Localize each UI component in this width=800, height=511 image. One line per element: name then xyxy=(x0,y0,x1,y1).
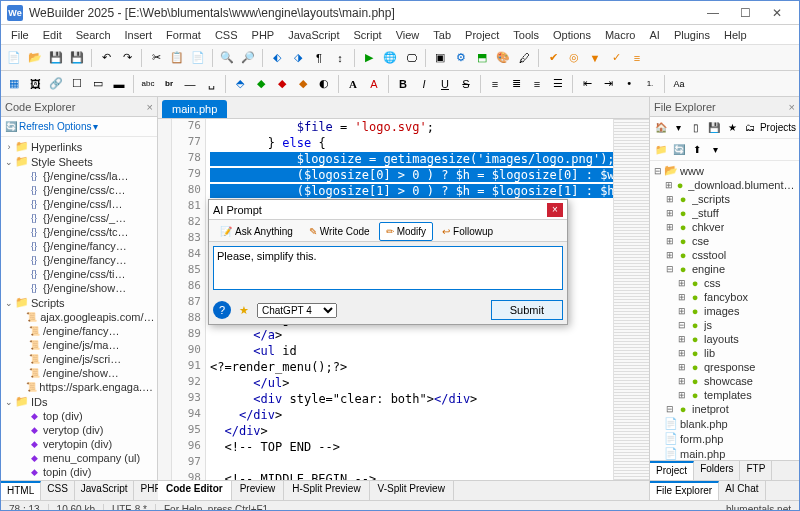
folder-item[interactable]: ⊞●csstool xyxy=(650,248,799,262)
bookmark-left-icon[interactable]: ⬖ xyxy=(268,49,286,67)
folder-root[interactable]: ⊟📂www xyxy=(650,163,799,178)
undo-icon[interactable]: ↶ xyxy=(97,49,115,67)
bookmark-right-icon[interactable]: ⬗ xyxy=(289,49,307,67)
menu-script[interactable]: Script xyxy=(348,27,388,43)
submit-button[interactable]: Submit xyxy=(491,300,563,320)
font-icon[interactable]: A xyxy=(344,75,362,93)
tree-item[interactable]: ◆verytop (div) xyxy=(1,423,157,437)
tree-item[interactable]: 📜https://spark.engaga.com… xyxy=(1,380,157,394)
uppercase-icon[interactable]: Aa xyxy=(670,75,688,93)
menu-edit[interactable]: Edit xyxy=(37,27,68,43)
new-folder-icon[interactable]: 📁 xyxy=(653,142,669,158)
dialog-close-icon[interactable]: × xyxy=(547,203,563,217)
abc-icon[interactable]: abc xyxy=(139,75,157,93)
tree-group-scripts[interactable]: ⌄📁Scripts xyxy=(1,295,157,310)
view-tab-v-split-preview[interactable]: V-Split Preview xyxy=(370,481,454,500)
menu-javascript[interactable]: JavaScript xyxy=(282,27,345,43)
tree-item[interactable]: 📜/engine/fancy… xyxy=(1,324,157,338)
hr-icon[interactable]: — xyxy=(181,75,199,93)
minimize-button[interactable]: — xyxy=(697,3,729,23)
folder-item[interactable]: ⊟●js xyxy=(650,318,799,332)
refresh-button[interactable]: 🔄 Refresh xyxy=(5,121,54,132)
view-tab-preview[interactable]: Preview xyxy=(232,481,285,500)
close-button[interactable]: ✕ xyxy=(761,3,793,23)
panel-close-icon[interactable]: × xyxy=(147,101,153,113)
projects-icon[interactable]: 🗂 xyxy=(742,120,758,136)
ai-tab-ask-anything[interactable]: 📝Ask Anything xyxy=(213,222,300,241)
up-folder-icon[interactable]: ⬆ xyxy=(689,142,705,158)
menu-view[interactable]: View xyxy=(390,27,426,43)
br-icon[interactable]: br xyxy=(160,75,178,93)
star-icon[interactable]: ★ xyxy=(235,301,253,319)
indent-in-icon[interactable]: ⇥ xyxy=(599,75,617,93)
palette-icon[interactable]: 🎨 xyxy=(494,49,512,67)
file-item[interactable]: 📄blank.php xyxy=(650,416,799,431)
gradient-icon[interactable]: ◐ xyxy=(315,75,333,93)
menu-ai[interactable]: AI xyxy=(643,27,665,43)
folder-item[interactable]: ⊞●chkver xyxy=(650,220,799,234)
folder-item[interactable]: ⊞●css xyxy=(650,276,799,290)
menu-file[interactable]: File xyxy=(5,27,35,43)
bold-icon[interactable]: B xyxy=(394,75,412,93)
encoding[interactable]: UTF-8 * xyxy=(104,504,156,511)
tag-link-icon[interactable]: 🔗 xyxy=(47,75,65,93)
underline-icon[interactable]: U xyxy=(436,75,454,93)
menu-options[interactable]: Options xyxy=(547,27,597,43)
list-icon[interactable]: ≡ xyxy=(628,49,646,67)
filter-icon[interactable]: ▾ xyxy=(707,142,723,158)
folder-item[interactable]: ⊞●images xyxy=(650,304,799,318)
tree-item[interactable]: 📜/engine/js/scri… xyxy=(1,352,157,366)
file-item[interactable]: 📄main.php xyxy=(650,446,799,460)
menu-php[interactable]: PHP xyxy=(246,27,281,43)
align-left-icon[interactable]: ≡ xyxy=(486,75,504,93)
lang-tab-html[interactable]: HTML xyxy=(1,481,41,500)
validate-icon[interactable]: ✓ xyxy=(607,49,625,67)
tag-image-icon[interactable]: 🖼 xyxy=(26,75,44,93)
new-file-icon[interactable]: 📄 xyxy=(5,49,23,67)
options-button[interactable]: Options ▾ xyxy=(57,121,98,132)
ai-tab-modify[interactable]: ✏Modify xyxy=(379,222,433,241)
folder-item[interactable]: ⊟●engine xyxy=(650,262,799,276)
explorer-tab-ai-chat[interactable]: AI Chat xyxy=(719,481,765,500)
tree-item[interactable]: {}{}/engine/fancy… xyxy=(1,253,157,267)
tree-item[interactable]: ◆verytopin (div) xyxy=(1,437,157,451)
tree-item[interactable]: {}{}/engine/css/ti… xyxy=(1,267,157,281)
fold-icon[interactable]: ↕ xyxy=(331,49,349,67)
folder-item[interactable]: ⊞●templates xyxy=(650,388,799,402)
file-item[interactable]: 📄form.php xyxy=(650,431,799,446)
maximize-button[interactable]: ☐ xyxy=(729,3,761,23)
menu-tools[interactable]: Tools xyxy=(507,27,545,43)
tree-item[interactable]: ◆menu_company (ul) xyxy=(1,451,157,465)
fold-gutter[interactable] xyxy=(158,119,172,480)
list-ol-icon[interactable]: 1. xyxy=(641,75,659,93)
redo-icon[interactable]: ↷ xyxy=(118,49,136,67)
list-ul-icon[interactable]: ⦁ xyxy=(620,75,638,93)
view-tab-code-editor[interactable]: Code Editor xyxy=(158,481,232,500)
refresh-icon[interactable]: 🔄 xyxy=(671,142,687,158)
tree-item[interactable]: 📜/engine/show… xyxy=(1,366,157,380)
panel-close-icon[interactable]: × xyxy=(789,101,795,113)
ai-tab-write-code[interactable]: ✎Write Code xyxy=(302,222,377,241)
filter-icon[interactable]: ▼ xyxy=(586,49,604,67)
prompt-textarea[interactable] xyxy=(213,246,563,290)
folder-item[interactable]: ⊞●_download.blumentals.net xyxy=(650,178,799,192)
folder-item[interactable]: ⊞●cse xyxy=(650,234,799,248)
menu-css[interactable]: CSS xyxy=(209,27,244,43)
tree-item[interactable]: {}{}/engine/fancy… xyxy=(1,239,157,253)
tree-group-hyperlinks[interactable]: ›📁Hyperlinks xyxy=(1,139,157,154)
minimap[interactable] xyxy=(613,119,649,480)
file-tree[interactable]: ⊟📂www⊞●_download.blumentals.net⊞●_script… xyxy=(650,161,799,460)
folder-item[interactable]: ⊞●_scripts xyxy=(650,192,799,206)
help-icon[interactable]: ? xyxy=(213,301,231,319)
tree-item[interactable]: {}{}/engine/css/l… xyxy=(1,197,157,211)
menu-macro[interactable]: Macro xyxy=(599,27,642,43)
paste-icon[interactable]: 📄 xyxy=(189,49,207,67)
lang-tab-javascript[interactable]: JavaScript xyxy=(75,481,135,500)
open-icon[interactable]: 📂 xyxy=(26,49,44,67)
preview-icon[interactable]: 🖵 xyxy=(402,49,420,67)
picker-icon[interactable]: 🖊 xyxy=(515,49,533,67)
tag-div-icon[interactable]: ▭ xyxy=(89,75,107,93)
terminal-icon[interactable]: ▣ xyxy=(431,49,449,67)
tree-item[interactable]: ◆top (div) xyxy=(1,409,157,423)
tree-group-ids[interactable]: ⌄📁IDs xyxy=(1,394,157,409)
